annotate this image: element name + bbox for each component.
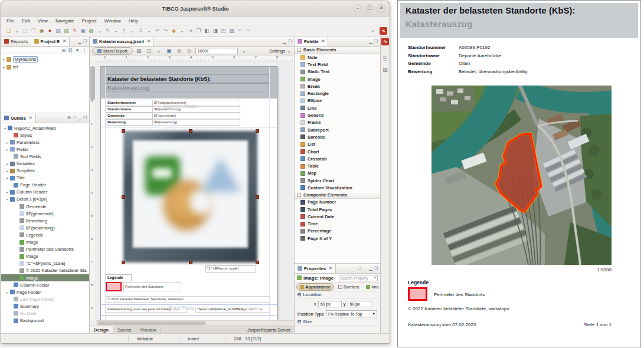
design-scale-field[interactable]: "1:"+$F{wms_scale} xyxy=(205,265,256,273)
menu-item[interactable]: Edit xyxy=(22,18,30,24)
print-icon[interactable]: ◫ xyxy=(145,47,153,55)
report-page[interactable]: Kataster der belasteten Standorte (KbS):… xyxy=(100,66,277,321)
maximize-panel-icon[interactable]: ❐ xyxy=(374,39,378,44)
view-menu-icon[interactable]: ⋮ xyxy=(82,48,87,53)
y-input[interactable]: 60 px xyxy=(348,301,371,307)
tab-properties[interactable]: Properties ✕ xyxy=(295,264,336,273)
toolbar-icon[interactable]: ❏ xyxy=(5,27,12,35)
outline-tree-item[interactable]: "1:"+$F{wms_scale} xyxy=(1,260,89,267)
outline-tree-item[interactable]: Perimeter des Standorts xyxy=(1,246,89,253)
editor-mode-tab[interactable]: Source xyxy=(113,326,136,333)
size-section-header[interactable]: ⊟ Size xyxy=(295,319,380,326)
filter-icon[interactable]: ▼ xyxy=(75,48,80,53)
snap-icon[interactable]: ▣ xyxy=(165,47,173,55)
palette-item[interactable]: Line xyxy=(295,104,380,111)
close-tab-icon[interactable]: ✕ xyxy=(322,39,325,44)
design-legend-title[interactable]: Legende xyxy=(106,274,132,281)
tab-project-explorer[interactable]: Project E ✕ xyxy=(31,37,70,46)
minimize-button[interactable]: – xyxy=(354,4,362,12)
outline-tree-item[interactable]: Last Page Footer xyxy=(1,296,89,303)
outline-tree-item[interactable]: Image xyxy=(1,253,89,260)
print-dropdown-icon[interactable]: ⌄ xyxy=(155,47,163,55)
palette-item[interactable]: Break xyxy=(295,83,380,90)
maximize-button[interactable]: ▢ xyxy=(365,4,374,12)
jasperreports-perspective-icon[interactable]: ∿ xyxy=(381,38,389,45)
design-image-element[interactable] xyxy=(123,131,257,262)
horizontal-scrollbar[interactable] xyxy=(96,320,294,326)
resize-handle[interactable] xyxy=(189,129,192,133)
project-tree-item[interactable]: ▸ tet xyxy=(1,63,89,71)
design-subtitle-text[interactable]: Katasterauszug xyxy=(106,83,269,91)
close-button[interactable]: ✕ xyxy=(377,4,385,12)
toolbar-icon[interactable]: ▥ xyxy=(228,27,236,35)
toolbar-icon[interactable]: ⌄ xyxy=(178,27,186,35)
toolbar-icon[interactable]: ◍ xyxy=(87,27,95,35)
toolbar-icon[interactable]: ↷ xyxy=(162,27,169,35)
outline-tree-item[interactable]: Bewertung xyxy=(1,217,89,224)
toolbar-icon[interactable]: ◨ xyxy=(211,27,219,35)
outline-tree-item[interactable]: Image xyxy=(1,239,89,246)
title-band[interactable] xyxy=(101,67,277,99)
view-menu-icon[interactable]: ⋮ xyxy=(363,266,367,271)
palette-item[interactable]: Image xyxy=(295,75,380,83)
maximize-panel-icon[interactable]: ❐ xyxy=(288,39,292,44)
outline-tree-item[interactable]: $F{bewertung} xyxy=(1,224,89,231)
x-input[interactable]: 60 px xyxy=(318,301,342,307)
position-type-select[interactable]: Fix Relative To Top ▾ xyxy=(326,310,377,317)
restore-view-icon[interactable]: ⎘ xyxy=(381,54,389,63)
resize-handle[interactable] xyxy=(256,261,259,264)
close-tab-icon[interactable]: ✕ xyxy=(29,116,32,120)
tab-borders[interactable]: Borders xyxy=(335,284,362,290)
toolbar-icon[interactable]: ◰ xyxy=(220,27,227,35)
outline-tree-item[interactable]: Page Header xyxy=(1,182,89,189)
outline-tree-item[interactable]: ▾ Report2_Altlast4Web xyxy=(1,124,89,132)
design-field-row[interactable]: Standortnummer $F{standortnummer} xyxy=(106,100,240,106)
palette-item[interactable]: Custom Visualization xyxy=(295,184,380,191)
menu-item[interactable]: Navigate xyxy=(55,18,74,24)
minimize-panel-icon[interactable]: ▁ xyxy=(283,39,286,44)
outline-tree-item[interactable]: ▸ Scriptlets xyxy=(1,168,89,175)
main-report-button[interactable]: Main Report xyxy=(92,47,133,55)
palette-item[interactable]: Spider Chart xyxy=(295,177,380,184)
menu-item[interactable]: File xyxy=(6,18,14,24)
editor-mode-tab[interactable]: Preview xyxy=(136,326,161,333)
zoom-dropdown-icon[interactable]: ⌄ xyxy=(240,47,248,55)
toolbar-icon[interactable]: ✎ xyxy=(104,27,112,35)
minimize-panel-icon[interactable]: ▁ xyxy=(369,39,372,44)
design-footer-right[interactable]: "Seite "+$V{PAGE_NUMBER}+" von"" " + xyxy=(195,307,270,313)
outline-tree-item[interactable]: Summary xyxy=(1,303,89,310)
pin-icon[interactable]: ❏ xyxy=(358,266,361,271)
design-copyright[interactable]: © 2022 Kataster belasteter Standorte, sw… xyxy=(106,296,270,303)
toolbar-icon[interactable]: ⌄ xyxy=(112,27,120,35)
settings-button[interactable]: Settings ⌄ xyxy=(269,47,292,55)
resize-handle[interactable] xyxy=(122,261,125,264)
design-field-row[interactable]: Gemeinde $F{gemeinde} xyxy=(106,113,240,119)
tab-appearance[interactable]: Appearance xyxy=(296,283,334,291)
palette-item[interactable]: Current Date xyxy=(295,213,380,220)
editor-mode-tab[interactable]: Design xyxy=(90,326,113,333)
search-property-input[interactable]: Search Property▾ xyxy=(339,275,378,281)
outline-tree-item[interactable]: Background xyxy=(1,317,89,324)
zoom-in-icon[interactable]: ⊕ xyxy=(175,47,183,55)
tab-image[interactable]: Ima xyxy=(363,284,382,290)
palette-item[interactable]: Text Field xyxy=(295,61,380,68)
palette-item[interactable]: Note xyxy=(295,54,380,61)
toolbar-icon[interactable]: ⌄ xyxy=(129,27,136,35)
tab-editor-jrxml[interactable]: Katasterauszug.jrxml ✕ xyxy=(90,37,154,46)
palette-item[interactable]: Percentage xyxy=(295,228,380,235)
toolbar-icon[interactable]: ↶ xyxy=(236,27,244,35)
outline-view-icon[interactable]: ▤ xyxy=(381,65,389,74)
outline-tree-item[interactable]: Image xyxy=(1,274,89,281)
menu-item[interactable]: Window xyxy=(104,18,120,24)
outline-tree-item[interactable]: No Data xyxy=(1,310,89,317)
menu-item[interactable]: View xyxy=(38,18,48,24)
search-icon[interactable]: ⌕ xyxy=(369,27,377,35)
toolbar-icon[interactable]: ◉ xyxy=(38,27,45,35)
resize-handle[interactable] xyxy=(189,261,192,264)
design-legend-item[interactable]: Perimeter des Standorts xyxy=(123,282,181,291)
design-field-row[interactable]: Bewertung $F{bewertung} xyxy=(106,119,240,126)
collapse-icon[interactable]: ⊟ xyxy=(298,292,301,297)
palette-item[interactable]: Subreport xyxy=(295,126,380,133)
minimize-panel-icon[interactable]: ▁ xyxy=(369,266,372,271)
outline-tree-item[interactable]: Column Footer xyxy=(1,281,89,288)
